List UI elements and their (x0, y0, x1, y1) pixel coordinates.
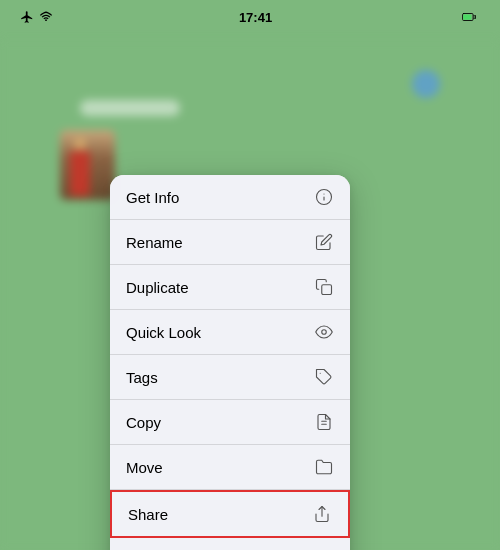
eye-icon (314, 322, 334, 342)
menu-item-copy[interactable]: Copy (110, 400, 350, 445)
status-bar: 17:41 (0, 0, 500, 30)
status-right-icons (458, 10, 480, 24)
share-icon (312, 504, 332, 524)
copy-icon (314, 412, 334, 432)
info-circle-icon (314, 187, 334, 207)
svg-point-9 (322, 330, 327, 335)
menu-item-get-info[interactable]: Get Info (110, 175, 350, 220)
status-time: 17:41 (239, 10, 272, 25)
folder-icon (314, 457, 334, 477)
airplane-icon (20, 10, 34, 24)
status-left-icons (20, 10, 53, 24)
svg-rect-8 (322, 285, 332, 295)
menu-item-rename[interactable]: Rename (110, 220, 350, 265)
bg-file-thumbnail (60, 130, 115, 200)
menu-item-delete[interactable]: Delete (110, 538, 350, 550)
tag-icon (314, 367, 334, 387)
menu-item-share[interactable]: Share (110, 490, 350, 538)
menu-item-quick-look[interactable]: Quick Look (110, 310, 350, 355)
pencil-icon (314, 232, 334, 252)
duplicate-icon (314, 277, 334, 297)
menu-item-tags[interactable]: Tags (110, 355, 350, 400)
wifi-icon (39, 10, 53, 24)
battery-icon (458, 10, 480, 24)
svg-rect-1 (463, 14, 471, 19)
menu-item-duplicate[interactable]: Duplicate (110, 265, 350, 310)
bg-filename-label (80, 100, 180, 116)
bg-notification-dot (412, 70, 440, 98)
menu-item-move[interactable]: Move (110, 445, 350, 490)
context-menu: Get Info Rename Duplicate Quick Look Tag… (110, 175, 350, 550)
